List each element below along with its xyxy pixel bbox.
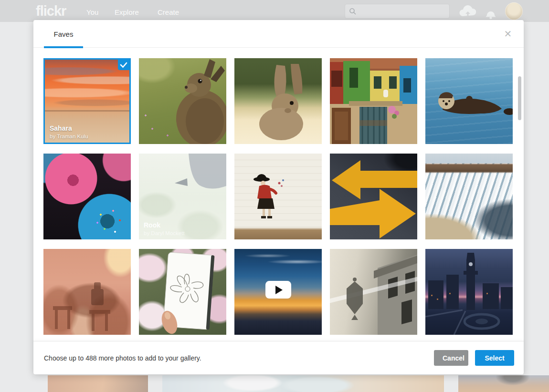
- cancel-button[interactable]: Cancel: [434, 350, 468, 366]
- photo-title: Sahara: [50, 124, 88, 132]
- photo-tile-yellow-arrows[interactable]: [330, 154, 417, 239]
- photo-art: [139, 58, 226, 144]
- close-icon[interactable]: ✕: [501, 27, 515, 41]
- photo-author: by Traman Kulu: [50, 134, 88, 139]
- tab-faves[interactable]: Faves: [44, 20, 83, 48]
- background-photo: [162, 375, 444, 392]
- photo-tile-waterfall[interactable]: [425, 154, 513, 239]
- selection-limit-message: Choose up to 488 more photos to add to y…: [44, 354, 434, 362]
- photo-tile-graffiti-girl[interactable]: [234, 154, 322, 239]
- upload-cloud-icon[interactable]: [458, 4, 477, 19]
- photo-meta: Rook by Daryl Mockett: [144, 221, 185, 236]
- background-photo: [48, 375, 148, 392]
- photo-art: [330, 249, 417, 335]
- search-icon: [349, 8, 357, 15]
- photo-tile-donuts[interactable]: [43, 154, 131, 239]
- photo-art: [43, 249, 131, 335]
- photo-title: Rook: [144, 221, 185, 229]
- photo-tile-rook[interactable]: Rook by Daryl Mockett: [139, 154, 226, 239]
- photo-picker-modal: Faves ✕ Sahara by Traman Kulu: [33, 20, 524, 374]
- site-header: flickr You Explore Create: [0, 0, 549, 22]
- photo-author: by Daryl Mockett: [144, 230, 185, 236]
- photo-art: [43, 154, 131, 239]
- tab-faves-label: Faves: [54, 30, 74, 38]
- photo-art: [425, 58, 513, 144]
- search-box[interactable]: [345, 4, 450, 19]
- flickr-logo[interactable]: flickr: [36, 3, 66, 19]
- select-button[interactable]: Select: [475, 350, 514, 366]
- photo-art: [234, 58, 322, 144]
- photo-grid: Sahara by Traman Kulu: [43, 58, 514, 335]
- photo-tile-rabbit[interactable]: [234, 58, 322, 144]
- photo-tile-hare[interactable]: [139, 58, 226, 144]
- photo-tile-sea-otter[interactable]: [425, 58, 513, 144]
- photo-tile-sahara[interactable]: Sahara by Traman Kulu: [43, 58, 131, 144]
- nav-explore[interactable]: Explore: [115, 8, 139, 16]
- photo-meta: Sahara by Traman Kulu: [50, 124, 88, 139]
- scrollbar-thumb[interactable]: [518, 76, 521, 120]
- photo-grid-area: Sahara by Traman Kulu: [33, 48, 524, 341]
- bell-icon[interactable]: [482, 4, 499, 19]
- photo-art: [330, 58, 417, 144]
- photo-tile-sunset-video[interactable]: [234, 249, 322, 335]
- photo-art: [330, 154, 417, 239]
- photo-art: [234, 154, 322, 239]
- modal-header: Faves ✕: [33, 20, 524, 48]
- selected-check-icon[interactable]: [118, 60, 129, 70]
- nav-you[interactable]: You: [86, 8, 98, 16]
- photo-art: [425, 249, 513, 335]
- photo-tile-bw-building[interactable]: [330, 249, 417, 335]
- photo-art: [139, 249, 226, 335]
- modal-footer: Choose up to 488 more photos to add to y…: [33, 341, 524, 374]
- background-photo: [458, 375, 549, 392]
- user-avatar[interactable]: [505, 2, 523, 20]
- search-input[interactable]: [357, 8, 449, 15]
- photo-tile-colorful-houses[interactable]: [330, 58, 417, 144]
- play-button-icon[interactable]: [265, 281, 291, 299]
- photo-tile-city-dusk[interactable]: [425, 249, 513, 335]
- photo-art: [425, 154, 513, 239]
- photo-tile-cafe-interior[interactable]: [43, 249, 131, 335]
- nav-create[interactable]: Create: [158, 8, 179, 16]
- photo-tile-flower-sketchbook[interactable]: [139, 249, 226, 335]
